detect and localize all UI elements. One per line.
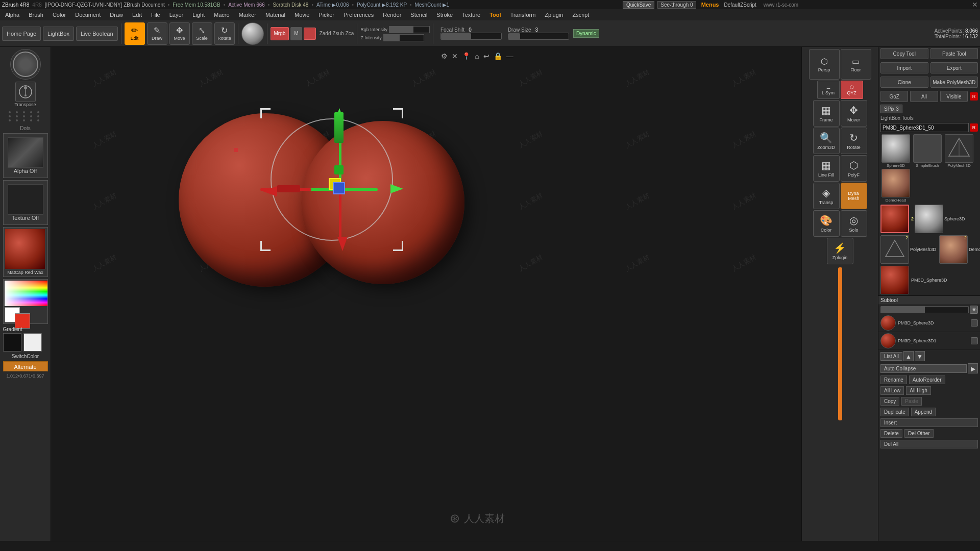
subtool-item-sphere3d[interactable]: PM3D_Sphere3D [878, 314, 980, 332]
paste-button[interactable]: Paste [901, 397, 922, 406]
lsym-button[interactable]: ⚌ L Sym [817, 81, 840, 99]
clone-button[interactable]: Clone [880, 77, 928, 88]
auto-collapse-arrow[interactable]: ▶ [968, 363, 978, 373]
mover-button[interactable]: ✥ Mover [841, 100, 867, 127]
delete-button[interactable]: Delete [880, 429, 902, 438]
list-all-arrow-down[interactable]: ▼ [915, 351, 925, 361]
color-nav-button[interactable]: 🎨 Color [813, 210, 840, 237]
menu-marker[interactable]: Marker [235, 11, 260, 19]
menu-picker[interactable]: Picker [314, 11, 338, 19]
z-intensity-slider[interactable] [383, 34, 424, 41]
menu-edit[interactable]: Edit [128, 11, 146, 19]
red-arrow-down[interactable] [337, 237, 348, 251]
quicksave-button[interactable]: QuickSave [623, 1, 654, 9]
sphere3d-thumbnail[interactable] [881, 134, 910, 163]
menu-color[interactable]: Color [48, 11, 70, 19]
line-fill-button[interactable]: ▦ Line Fill [813, 155, 840, 182]
see-through-control[interactable]: See-through 0 [657, 1, 696, 9]
subtool-item-sphere3d1[interactable]: PM3D_Sphere3D1 [878, 332, 980, 350]
default-zscript[interactable]: DefaultZScript [724, 2, 756, 8]
all-button[interactable]: All [910, 91, 938, 102]
gradient-white-swatch[interactable] [23, 333, 42, 352]
menu-brush[interactable]: Brush [24, 11, 47, 19]
append-button[interactable]: Append [911, 408, 936, 416]
axis-icon[interactable]: ✕ [452, 52, 458, 60]
scale-button[interactable]: ⤡ Scale [192, 22, 212, 45]
subtool-slider[interactable] [880, 306, 969, 313]
menu-layer[interactable]: Layer [165, 11, 188, 19]
rotate3d-button[interactable]: ↻ Rotate [841, 128, 867, 154]
lightbox-tools-link[interactable]: LightBox Tools [878, 114, 980, 122]
menu-macro[interactable]: Macro [210, 11, 234, 19]
rename-button[interactable]: Rename [880, 375, 907, 384]
brush-preview-toolbar[interactable] [241, 22, 264, 45]
texture-off-button[interactable]: Texture Off [3, 180, 48, 225]
polymesh3d-thumbnail[interactable] [945, 134, 973, 163]
mesh-thumb-demohead[interactable]: DemoHead [880, 169, 911, 203]
menu-render[interactable]: Render [379, 11, 405, 19]
persp-button[interactable]: ⬡ Persp [809, 49, 840, 80]
qyz-button[interactable]: ⬡ QYZ [841, 81, 863, 99]
move-button[interactable]: ✥ Move [169, 22, 190, 45]
list-all-button[interactable]: List All [880, 352, 902, 361]
menu-preferences[interactable]: Preferences [339, 11, 378, 19]
gradient-black-swatch[interactable] [3, 333, 21, 352]
subtool-eye-icon[interactable]: 👁 [970, 306, 978, 314]
menu-texture[interactable]: Texture [458, 11, 484, 19]
simplebrush-thumbnail[interactable] [913, 134, 942, 163]
color-spectrum[interactable] [5, 281, 47, 306]
menu-stencil[interactable]: Stencil [406, 11, 431, 19]
brush-preview[interactable] [10, 49, 41, 80]
rotate-button[interactable]: ↻ Rotate [214, 22, 235, 45]
insert-button[interactable]: Insert [880, 418, 978, 427]
mesh-thumb-polymesh3d[interactable]: PolyMesh3D [944, 134, 974, 168]
pm3d-sphere3d-thumbnail[interactable] [880, 205, 909, 233]
copy-button[interactable]: Copy [880, 397, 899, 406]
rgb-intensity-slider[interactable] [389, 26, 430, 33]
color-picker[interactable] [3, 279, 48, 324]
export-button[interactable]: Export [930, 62, 978, 73]
dyna-mesh-button[interactable]: DynaMesh [841, 183, 867, 209]
polymesh3d-thumbnail-2[interactable] [880, 235, 909, 264]
focal-shift-slider[interactable] [440, 33, 502, 40]
menus-label[interactable]: Menus [701, 2, 719, 8]
m-button[interactable]: M [290, 27, 302, 40]
red-arrow-left[interactable] [263, 186, 277, 196]
menu-draw[interactable]: Draw [106, 11, 127, 19]
dynamic-button[interactable]: Dynamic [573, 29, 599, 38]
subtool-sphere3d-eye[interactable] [971, 319, 978, 327]
mesh-thumb-sphere3d[interactable]: Sphere3D [880, 134, 911, 168]
menu-material[interactable]: Material [261, 11, 289, 19]
menu-movie[interactable]: Movie [290, 11, 313, 19]
lightbox-button[interactable]: LightBox [43, 27, 74, 41]
all-low-button[interactable]: All Low [880, 386, 904, 395]
del-other-button[interactable]: Del Other [904, 429, 934, 438]
polyf-button[interactable]: ⬡ PolyF [841, 155, 867, 182]
visible-button[interactable]: Visible [940, 91, 968, 102]
lock-icon[interactable]: 🔒 [494, 52, 502, 60]
home-icon[interactable]: ⌂ [475, 52, 479, 60]
subtool-sphere3d1-eye[interactable] [971, 337, 978, 344]
sphere3d-thumbnail-2[interactable] [915, 205, 943, 233]
pm3d-sphere3d-thumbnail-2[interactable] [880, 266, 909, 294]
menu-zscript[interactable]: Zscript [568, 11, 593, 19]
minus-icon[interactable]: — [506, 52, 513, 60]
zoom3d-button[interactable]: 🔍 Zoom3D [813, 128, 840, 154]
demohead-thumbnail[interactable] [881, 169, 910, 197]
edit-button[interactable]: ✏ Edit [125, 22, 145, 45]
mrgb-button[interactable]: Mrgb [271, 27, 289, 40]
draw-size-slider[interactable] [508, 33, 569, 40]
del-all-button[interactable]: Del All [880, 440, 978, 448]
mesh-name-input[interactable] [880, 123, 969, 132]
alpha-off-button[interactable]: Alpha Off [3, 133, 48, 178]
all-high-button[interactable]: All High [906, 386, 930, 395]
red-handle-left[interactable] [277, 185, 300, 192]
spix-button[interactable]: SPix 3 [880, 105, 902, 113]
color-dot[interactable] [304, 28, 316, 40]
green-arrow-right[interactable] [390, 184, 403, 193]
home-page-button[interactable]: Home Page [2, 27, 41, 41]
list-all-arrow-up[interactable]: ▲ [903, 351, 914, 361]
menu-alpha[interactable]: Alpha [1, 11, 23, 19]
zplugin-button[interactable]: ⚡ Zplugin [827, 238, 853, 264]
menu-tool[interactable]: Tool [485, 11, 505, 19]
